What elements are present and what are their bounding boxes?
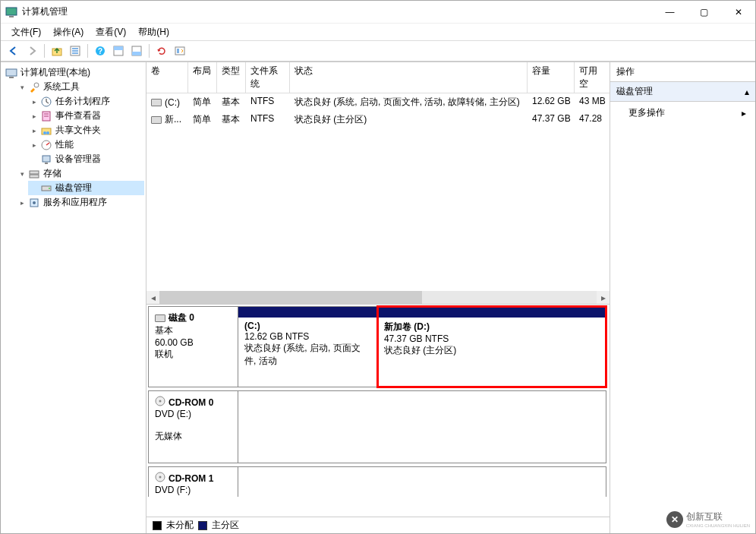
tree-shared-folders[interactable]: ▸共享文件夹 <box>28 123 144 137</box>
svg-point-36 <box>159 476 162 479</box>
svg-rect-0 <box>6 8 17 15</box>
legend-primary-label: 主分区 <box>212 519 239 532</box>
col-type[interactable]: 类型 <box>217 62 246 93</box>
volume-list: 卷 布局 类型 文件系统 状态 容量 可用空 (C:) 简单 基本 NTFS 状… <box>146 62 610 305</box>
menu-help[interactable]: 帮助(H) <box>132 24 175 40</box>
svg-point-30 <box>49 188 50 189</box>
tree-device-manager[interactable]: ▸设备管理器 <box>28 152 144 166</box>
help-button[interactable]: ? <box>92 43 109 59</box>
svg-point-16 <box>34 83 39 87</box>
disk-info: 磁盘 0 基本 60.00 GB 联机 <box>149 307 238 387</box>
cdrom-icon <box>155 472 165 485</box>
back-button[interactable] <box>5 43 22 59</box>
view-bottom-button[interactable] <box>128 43 145 59</box>
disk-icon <box>40 182 52 194</box>
storage-icon <box>28 168 40 180</box>
svg-rect-27 <box>30 171 39 174</box>
tree-root[interactable]: 计算机管理(本地) <box>4 65 144 80</box>
svg-text:?: ? <box>98 47 102 55</box>
chevron-right-icon: ▸ <box>742 108 746 118</box>
svg-point-23 <box>46 131 49 134</box>
volume-row[interactable]: 新... 简单 基本 NTFS 状态良好 (主分区) 47.37 GB 47.2… <box>146 111 610 128</box>
tree-disk-management[interactable]: ▸磁盘管理 <box>28 181 144 195</box>
tools-icon <box>28 81 40 93</box>
disk-graphical-view: 磁盘 0 基本 60.00 GB 联机 (C:) 12.62 GB NTFS 状… <box>146 305 610 517</box>
tree-root-label: 计算机管理(本地) <box>20 66 90 79</box>
collapse-icon: ▴ <box>745 87 749 97</box>
svg-rect-12 <box>132 52 141 55</box>
actions-pane: 操作 磁盘管理 ▴ 更多操作 ▸ <box>610 62 755 533</box>
volume-row[interactable]: (C:) 简单 基本 NTFS 状态良好 (系统, 启动, 页面文件, 活动, … <box>146 93 610 111</box>
actions-header: 操作 <box>610 62 755 82</box>
horizontal-scrollbar[interactable]: ◂ ▸ <box>146 291 610 304</box>
svg-point-34 <box>159 400 162 403</box>
view-top-button[interactable] <box>110 43 127 59</box>
col-free[interactable]: 可用空 <box>575 62 610 93</box>
app-icon <box>5 6 17 18</box>
settings-button[interactable] <box>172 43 188 59</box>
svg-rect-28 <box>30 175 39 178</box>
collapse-icon[interactable]: ▾ <box>17 169 27 179</box>
col-layout[interactable]: 布局 <box>188 62 217 93</box>
expand-icon[interactable]: ▸ <box>30 97 39 106</box>
tree-storage-label: 存储 <box>43 167 61 180</box>
device-icon <box>40 153 52 166</box>
svg-rect-26 <box>45 163 48 164</box>
col-capacity[interactable]: 容量 <box>528 62 575 93</box>
svg-rect-15 <box>9 77 14 78</box>
tree-task-scheduler[interactable]: ▸任务计划程序 <box>28 94 144 109</box>
performance-icon <box>40 139 52 151</box>
partition-c[interactable]: (C:) 12.62 GB NTFS 状态良好 (系统, 启动, 页面文件, 活… <box>238 307 378 387</box>
col-volume[interactable]: 卷 <box>146 62 188 93</box>
menu-action[interactable]: 操作(A) <box>47 24 90 40</box>
toolbar: ? <box>1 40 755 62</box>
action-more[interactable]: 更多操作 ▸ <box>610 102 755 124</box>
menu-file[interactable]: 文件(F) <box>5 24 47 40</box>
cdrom-icon <box>155 396 165 409</box>
drive-icon <box>151 116 162 124</box>
up-level-button[interactable] <box>49 43 65 59</box>
disk-row-cdrom0[interactable]: CD-ROM 0 DVD (E:) 无媒体 <box>148 390 606 463</box>
disk-row-0[interactable]: 磁盘 0 基本 60.00 GB 联机 (C:) 12.62 GB NTFS 状… <box>148 306 606 387</box>
svg-rect-21 <box>42 128 51 134</box>
scroll-left-button[interactable]: ◂ <box>146 291 159 304</box>
clock-icon <box>40 96 52 108</box>
titlebar: 计算机管理 — ▢ ✕ <box>1 1 755 24</box>
col-fs[interactable]: 文件系统 <box>246 62 290 93</box>
tree-event-viewer[interactable]: ▸事件查看器 <box>28 109 144 123</box>
scroll-thumb[interactable] <box>159 291 422 304</box>
forward-button[interactable] <box>24 43 40 59</box>
navigation-tree: 计算机管理(本地) ▾ 系统工具 ▸任务计划程序 ▸事件查看器 <box>1 62 146 533</box>
drive-icon <box>151 99 162 106</box>
svg-rect-14 <box>6 69 17 76</box>
expand-icon[interactable]: ▸ <box>30 141 39 150</box>
tree-systools-label: 系统工具 <box>43 81 80 93</box>
expand-icon[interactable]: ▸ <box>17 198 27 207</box>
svg-point-32 <box>33 201 36 204</box>
tree-storage[interactable]: ▾ 存储 <box>16 166 144 181</box>
actions-section-diskmgmt[interactable]: 磁盘管理 ▴ <box>610 82 755 102</box>
expand-icon[interactable]: ▸ <box>30 126 39 135</box>
col-status[interactable]: 状态 <box>290 62 528 93</box>
computer-icon <box>5 67 17 79</box>
svg-point-22 <box>43 131 46 134</box>
tree-services-apps[interactable]: ▸ 服务和应用程序 <box>16 195 144 210</box>
legend-swatch-unallocated <box>153 521 162 530</box>
close-button[interactable]: ✕ <box>721 1 755 24</box>
svg-rect-10 <box>114 46 123 50</box>
partition-d[interactable]: 新加卷 (D:) 47.37 GB NTFS 状态良好 (主分区) <box>378 307 606 387</box>
volume-list-header: 卷 布局 类型 文件系统 状态 容量 可用空 <box>146 62 610 93</box>
menu-view[interactable]: 查看(V) <box>90 24 132 40</box>
volume-rows: (C:) 简单 基本 NTFS 状态良好 (系统, 启动, 页面文件, 活动, … <box>146 93 610 291</box>
scroll-right-button[interactable]: ▸ <box>597 291 610 304</box>
tree-performance[interactable]: ▸性能 <box>28 137 144 152</box>
properties-button[interactable] <box>67 43 83 59</box>
refresh-button[interactable] <box>153 43 170 59</box>
tree-system-tools[interactable]: ▾ 系统工具 <box>16 80 144 94</box>
minimize-button[interactable]: — <box>653 1 687 24</box>
expand-icon[interactable]: ▸ <box>30 112 39 121</box>
collapse-icon[interactable]: ▾ <box>17 83 27 92</box>
maximize-button[interactable]: ▢ <box>687 1 721 24</box>
scroll-track[interactable] <box>159 291 597 304</box>
disk-row-cdrom1[interactable]: CD-ROM 1 DVD (F:) <box>148 466 606 497</box>
